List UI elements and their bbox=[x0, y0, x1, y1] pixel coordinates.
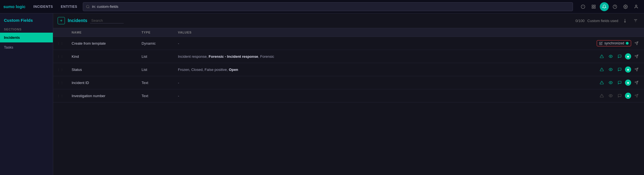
drag-handle-cell: ⋮⋮ bbox=[53, 37, 68, 50]
warning-icon-row5[interactable] bbox=[598, 92, 605, 99]
svg-rect-7 bbox=[592, 7, 593, 8]
warning-icon-row3[interactable] bbox=[598, 66, 605, 73]
search-icon bbox=[86, 5, 90, 9]
dot-icon-row4[interactable]: ● bbox=[625, 80, 631, 86]
row-actions: ● bbox=[493, 79, 640, 86]
bell-icon[interactable] bbox=[600, 2, 609, 11]
svg-point-26 bbox=[610, 69, 611, 70]
dot-icon-row5[interactable]: ● bbox=[625, 93, 631, 99]
send-icon-row2[interactable] bbox=[633, 53, 640, 60]
usage-label: Custom fields used bbox=[587, 19, 618, 23]
usage-count: 0/100 bbox=[575, 19, 585, 23]
field-name-cell: Kind bbox=[68, 50, 138, 63]
search-bar bbox=[83, 2, 573, 11]
field-type-cell: List bbox=[138, 50, 174, 63]
warning-icon-row4[interactable] bbox=[598, 79, 605, 86]
logo-accent: logic bbox=[16, 4, 25, 9]
top-nav: sumo logic INCIDENTS ENTITIES bbox=[0, 0, 644, 13]
synchronized-badge: synchronized bbox=[597, 40, 631, 46]
field-type-cell: Dynamic bbox=[138, 37, 174, 50]
svg-rect-8 bbox=[594, 7, 595, 8]
user-icon[interactable] bbox=[632, 2, 641, 11]
col-drag bbox=[53, 28, 68, 37]
drag-handle-cell: ⋮⋮ bbox=[53, 63, 68, 76]
drag-handle-cell: ⋮⋮ bbox=[53, 50, 68, 63]
field-values-cell: - bbox=[174, 37, 489, 50]
col-values: VALUES bbox=[174, 28, 489, 37]
values-text-bold: Open bbox=[229, 68, 238, 72]
svg-point-12 bbox=[635, 5, 637, 6]
dot-icon-row2[interactable]: ● bbox=[625, 53, 631, 59]
filter-icon[interactable] bbox=[632, 17, 640, 25]
edit-icon bbox=[599, 42, 603, 45]
sidebar-item-tasks[interactable]: Tasks bbox=[0, 42, 53, 52]
eye-icon-row2[interactable] bbox=[607, 53, 614, 60]
field-name-cell: Investigation number bbox=[68, 89, 138, 102]
export-icon[interactable] bbox=[621, 17, 629, 25]
search-input[interactable] bbox=[92, 4, 570, 9]
values-text-after: , Forensic bbox=[258, 54, 274, 59]
field-actions-cell: synchronized bbox=[489, 37, 644, 50]
eye-icon-row4[interactable] bbox=[607, 79, 614, 86]
grid-icon[interactable] bbox=[589, 2, 598, 11]
field-name-cell: Create from template bbox=[68, 37, 138, 50]
warning-icon-row2[interactable] bbox=[598, 53, 605, 60]
section-title: Incidents bbox=[68, 18, 87, 23]
send-icon-row5[interactable] bbox=[633, 92, 640, 99]
send-icon-row1[interactable] bbox=[633, 40, 640, 47]
drag-handle-icon[interactable]: ⋮⋮ bbox=[57, 68, 64, 71]
field-actions-cell: ● bbox=[489, 76, 644, 89]
comment-icon-row4[interactable] bbox=[616, 79, 623, 86]
drag-handle-icon[interactable]: ⋮⋮ bbox=[57, 94, 64, 98]
help-icon[interactable] bbox=[610, 2, 619, 11]
svg-rect-6 bbox=[594, 5, 595, 6]
nav-icons bbox=[579, 2, 641, 11]
field-values-cell: - bbox=[174, 76, 489, 89]
svg-point-11 bbox=[625, 6, 626, 7]
info-icon[interactable] bbox=[579, 2, 587, 11]
logo: sumo logic bbox=[3, 4, 25, 9]
send-icon-row4[interactable] bbox=[633, 79, 640, 86]
svg-point-31 bbox=[610, 82, 611, 83]
fields-table: NAME TYPE VALUES ⋮⋮ Create from template… bbox=[53, 28, 644, 102]
section-search-input[interactable] bbox=[90, 18, 124, 23]
usage-info: 0/100 Custom fields used bbox=[575, 17, 640, 25]
table-row: ⋮⋮ Status List Frozen, Closed, False pos… bbox=[53, 63, 644, 76]
drag-handle-icon[interactable]: ⋮⋮ bbox=[57, 81, 64, 85]
sidebar-item-incidents[interactable]: Incidents bbox=[0, 33, 53, 42]
field-type-cell: Text bbox=[138, 89, 174, 102]
field-actions-cell: ● bbox=[489, 63, 644, 76]
field-actions-cell: ● bbox=[489, 89, 644, 102]
field-name-cell: Incident ID bbox=[68, 76, 138, 89]
eye-icon-row5[interactable] bbox=[607, 92, 614, 99]
drag-handle-icon[interactable]: ⋮⋮ bbox=[57, 42, 64, 45]
table-row: ⋮⋮ Kind List Incident response, Forensic… bbox=[53, 50, 644, 63]
sections-label: SECTIONS bbox=[0, 26, 53, 33]
table-row: ⋮⋮ Incident ID Text - bbox=[53, 76, 644, 89]
field-actions-cell: ● bbox=[489, 50, 644, 63]
field-values-cell: Incident response, Forensic - Incident r… bbox=[174, 50, 489, 63]
section-header: + Incidents 0/100 Custom fields used bbox=[53, 13, 644, 28]
add-field-button[interactable]: + bbox=[58, 17, 65, 24]
dot-icon-row3[interactable]: ● bbox=[625, 66, 631, 73]
left-header-title: Custom Fields bbox=[0, 13, 53, 26]
field-type-cell: List bbox=[138, 63, 174, 76]
comment-icon-row2[interactable] bbox=[616, 53, 623, 60]
logo-text: sumo bbox=[3, 4, 16, 9]
drag-handle-icon[interactable]: ⋮⋮ bbox=[57, 55, 64, 58]
settings-icon[interactable] bbox=[621, 2, 630, 11]
values-text-bold: Forensic - Incident response bbox=[209, 54, 258, 59]
field-type-cell: Text bbox=[138, 76, 174, 89]
incidents-nav-btn[interactable]: INCIDENTS bbox=[31, 4, 55, 10]
comment-icon-row5[interactable] bbox=[616, 92, 623, 99]
row-actions: ● bbox=[493, 53, 640, 60]
eye-icon-row3[interactable] bbox=[607, 66, 614, 73]
entities-nav-btn[interactable]: ENTITIES bbox=[58, 4, 79, 10]
col-name: NAME bbox=[68, 28, 138, 37]
table-row: ⋮⋮ Investigation number Text - bbox=[53, 89, 644, 102]
svg-rect-5 bbox=[592, 5, 593, 6]
right-panel: + Incidents 0/100 Custom fields used bbox=[53, 13, 644, 175]
comment-icon-row3[interactable] bbox=[616, 66, 623, 73]
send-icon-row3[interactable] bbox=[633, 66, 640, 73]
values-text-before: Incident response, bbox=[178, 54, 209, 59]
